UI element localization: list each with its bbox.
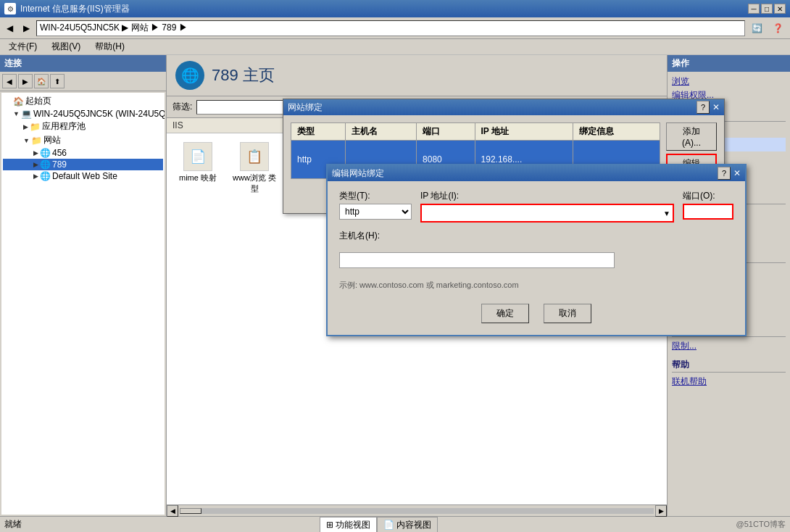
ok-button[interactable]: 确定 [481,304,529,323]
right-panel-header: 操作 [668,55,790,72]
expand-icon-5: ▶ [33,161,38,168]
status-bar: 就绪 ⊞ 功能视图 📄 内容视图 @51CTO博客 [0,516,790,532]
form-group-type: 类型(T): http [339,190,412,220]
scroll-track[interactable] [180,508,654,514]
center-site-icon: 🌐 [175,61,204,90]
tree-item-456[interactable]: ▶ 🌐 456 [3,147,163,159]
left-panel-header: 连接 [0,55,166,72]
cancel-button[interactable]: 取消 [544,304,591,323]
close-button[interactable]: ✕ [774,4,786,14]
mime-icon: 📄 [183,142,212,171]
toolbar: ◀ ▶ WIN-24U5Q5JNC5K ▶ 网站 ▶ 789 ▶ 🔄 ❓ [0,17,790,39]
online-help-link[interactable]: 联机帮助 [672,375,786,388]
browse-link[interactable]: 浏览 [672,75,786,88]
tab-content-view[interactable]: 📄 内容视图 [377,517,438,533]
hostname-label: 主机名(H): [339,230,380,242]
port-label: 端口(O): [683,190,733,202]
hostname-input[interactable] [339,252,615,268]
minimize-button[interactable]: ─ [748,4,760,14]
filter-input[interactable] [196,100,283,115]
menu-file[interactable]: 文件(F) [4,39,41,54]
scroll-left-button[interactable]: ◀ [167,505,178,517]
edit-binding-dialog-title: 编辑网站绑定 ? ✕ [328,165,745,181]
site-binding-help-button[interactable]: ? [697,101,710,114]
form-row-hostname: 主机名(H): 示例: www.contoso.com 或 marketing.… [339,230,733,291]
tree-item-default[interactable]: ▶ 🌐 Default Web Site [3,170,163,182]
edit-binding-close-x-button[interactable]: ✕ [733,168,741,178]
port-input[interactable]: 8080 [683,204,733,220]
add-binding-button[interactable]: 添加(A)... [666,122,717,151]
site-binding-close-x-button[interactable]: ✕ [712,102,720,112]
back-button[interactable]: ◀ [3,21,17,36]
help-button[interactable]: ❓ [769,21,787,36]
tree-item-789[interactable]: ▶ 🌐 789 [3,159,163,170]
app-title: Internet 信息服务(IIS)管理器 [20,3,130,15]
tree-area: 🏠 起始页 ▼ 💻 WIN-24U5Q5JNC5K (WIN-24U5Q5JNC… [1,93,165,515]
form-group-port: 端口(O): 8080 [683,190,733,220]
col-type: 类型 [291,123,346,141]
www-label: www浏览 类型 [232,173,277,194]
feature-view-icon: ⊞ [326,520,333,530]
forward-button[interactable]: ▶ [20,21,33,36]
watermark: @51CTO博客 [736,519,786,530]
tree-item-sites[interactable]: ▼ 📁 网站 [3,133,163,147]
maximize-button[interactable]: □ [761,4,773,14]
title-bar-left: ⚙ Internet 信息服务(IIS)管理器 [4,3,130,15]
edit-binding-help-button[interactable]: ? [718,167,731,180]
title-bar: ⚙ Internet 信息服务(IIS)管理器 ─ □ ✕ [0,0,790,17]
site-789-icon: 🌐 [40,159,51,170]
ip-label: IP 地址(I): [420,190,674,202]
tree-item-home[interactable]: 🏠 起始页 [3,94,163,108]
main-layout: 连接 ◀ ▶ 🏠 ⬆ 🏠 起始页 ▼ 💻 WIN-24U5Q5JNC5K (WI… [0,55,790,516]
up-tree-button[interactable]: ⬆ [50,74,65,88]
default-site-icon: 🌐 [40,171,51,181]
status-text: 就绪 [4,518,22,531]
bottom-scrollbar: ◀ ▶ [167,504,667,516]
hint-text: 示例: www.contoso.com 或 marketing.contoso.… [339,280,519,291]
ip-dropdown-button[interactable]: ▼ [661,209,673,217]
icon-mime[interactable]: 📄 mime 映射 [172,139,223,197]
menu-help[interactable]: 帮助(H) [91,39,129,54]
status-tabs-area: ⊞ 功能视图 📄 内容视图 [320,517,438,533]
tree-item-server[interactable]: ▼ 💻 WIN-24U5Q5JNC5K (WIN-24U5Q5JNC5K\Adm [3,108,163,120]
address-text: WIN-24U5Q5JNC5K ▶ 网站 ▶ 789 ▶ [40,22,188,34]
action-group-help: 帮助 联机帮助 [668,356,790,391]
tab-feature-view[interactable]: ⊞ 功能视图 [320,517,377,533]
ip-input[interactable]: 192.168.10.3 [422,205,661,221]
left-panel: 连接 ◀ ▶ 🏠 ⬆ 🏠 起始页 ▼ 💻 WIN-24U5Q5JNC5K (WI… [0,55,167,516]
form-row-type-ip-port: 类型(T): http IP 地址(I): 192.168.10.3 ▼ [339,190,733,223]
expand-icon-6: ▶ [33,173,38,180]
address-bar: WIN-24U5Q5JNC5K ▶ 网站 ▶ 789 ▶ [36,20,745,36]
apppool-icon: 📁 [30,122,41,132]
col-binding: 绑定信息 [573,123,660,141]
content-view-icon: 📄 [383,520,394,530]
scroll-right-button[interactable]: ▶ [655,505,667,517]
type-select[interactable]: http [339,204,412,220]
edit-binding-dialog-body: 类型(T): http IP 地址(I): 192.168.10.3 ▼ [328,181,745,335]
forward-tree-button[interactable]: ▶ [18,74,33,88]
title-bar-buttons: ─ □ ✕ [748,4,786,14]
server-icon: 💻 [21,109,32,119]
limits-link[interactable]: 限制... [672,339,786,353]
scroll-thumb[interactable] [180,508,201,514]
mime-label: mime 映射 [179,173,217,183]
expand-icon-2: ▶ [23,123,28,130]
page-title: 789 主页 [212,65,275,86]
filter-label: 筛选: [172,101,192,113]
home-tree-button[interactable]: 🏠 [34,74,49,88]
icon-www[interactable]: 📋 www浏览 类型 [229,139,280,197]
form-group-ip: IP 地址(I): 192.168.10.3 ▼ [420,190,674,223]
tree-item-apppool[interactable]: ▶ 📁 应用程序池 [3,120,163,133]
ip-input-wrapper: 192.168.10.3 ▼ [420,204,674,223]
expand-icon-4: ▶ [33,149,38,157]
center-header: 🌐 789 主页 [167,55,667,96]
left-panel-toolbar: ◀ ▶ 🏠 ⬆ [0,72,166,91]
site-456-icon: 🌐 [40,148,51,158]
site-binding-dialog-title: 网站绑定 ? ✕ [283,99,724,115]
menu-bar: 文件(F) 视图(V) 帮助(H) [0,39,790,55]
col-hostname: 主机名 [346,123,417,141]
refresh-button[interactable]: 🔄 [748,21,766,36]
expand-icon-3: ▼ [23,137,30,144]
menu-view[interactable]: 视图(V) [47,39,85,54]
back-tree-button[interactable]: ◀ [2,74,17,88]
